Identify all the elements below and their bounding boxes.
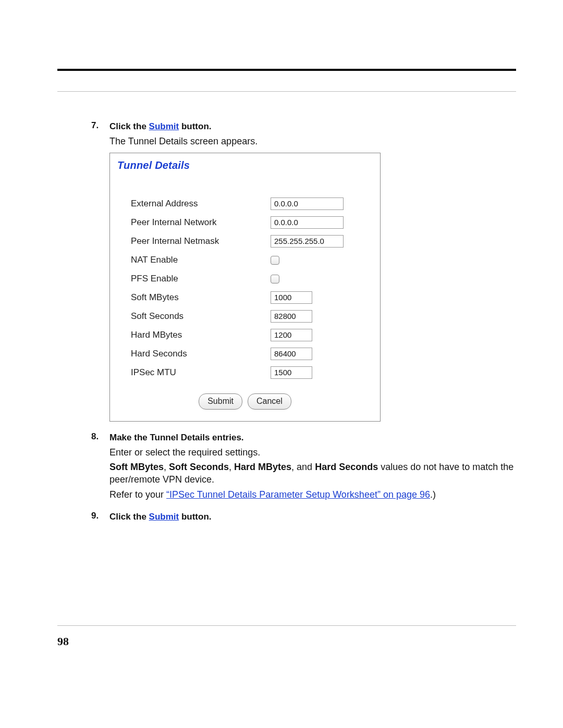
submit-link[interactable]: Submit xyxy=(149,121,179,131)
document-page: 7. Click the Submit button. The Tunnel D… xyxy=(0,0,563,728)
input-peer-internal-network[interactable]: 0.0.0.0 xyxy=(271,216,344,229)
page-number: 98 xyxy=(57,635,69,648)
row-soft-mbytes: Soft MBytes 1000 xyxy=(131,288,370,307)
label-hard-seconds: Hard Seconds xyxy=(131,348,266,360)
form-button-row: Submit Cancel xyxy=(110,393,380,410)
body3-prefix: Refer to your xyxy=(109,489,166,500)
cancel-button[interactable]: Cancel xyxy=(248,393,291,410)
step-heading: Click the Submit button. xyxy=(109,121,212,131)
input-soft-mbytes[interactable]: 1000 xyxy=(271,291,312,304)
input-external-address[interactable]: 0.0.0.0 xyxy=(271,198,344,210)
step-body-line1: Enter or select the required settings. xyxy=(109,446,516,459)
step-number: 9. xyxy=(91,510,99,522)
term-soft-mbytes: Soft MBytes xyxy=(109,462,164,472)
form-title: Tunnel Details xyxy=(110,153,380,175)
checkbox-nat-enable[interactable] xyxy=(271,256,279,265)
worksheet-crossref-link[interactable]: “IPSec Tunnel Details Parameter Setup Wo… xyxy=(166,489,430,500)
label-soft-seconds: Soft Seconds xyxy=(131,311,266,323)
row-hard-seconds: Hard Seconds 86400 xyxy=(131,344,370,363)
sep: , xyxy=(229,462,234,472)
label-peer-internal-netmask: Peer Internal Netmask xyxy=(131,236,266,248)
form-rows: External Address 0.0.0.0 Peer Internal N… xyxy=(110,194,380,382)
tunnel-details-form: Tunnel Details External Address 0.0.0.0 … xyxy=(109,153,381,422)
row-nat-enable: NAT Enable xyxy=(131,251,370,269)
step-heading-text-tail: button. xyxy=(179,121,211,131)
term-hard-mbytes: Hard MBytes xyxy=(234,462,291,472)
label-soft-mbytes: Soft MBytes xyxy=(131,292,266,304)
checkbox-pfs-enable[interactable] xyxy=(271,275,279,283)
input-hard-seconds[interactable]: 86400 xyxy=(271,348,312,360)
sep: , and xyxy=(291,462,315,472)
row-ipsec-mtu: IPSec MTU 1500 xyxy=(131,363,370,382)
sep: , xyxy=(164,462,169,472)
row-hard-mbytes: Hard MBytes 1200 xyxy=(131,326,370,344)
body3-suffix: .) xyxy=(430,489,436,500)
input-hard-mbytes[interactable]: 1200 xyxy=(271,329,312,341)
label-hard-mbytes: Hard MBytes xyxy=(131,329,266,341)
step-number: 7. xyxy=(91,120,99,132)
step-heading-text: Click the xyxy=(109,512,149,522)
step-number: 8. xyxy=(91,431,99,443)
step-body: The Tunnel Details screen appears. xyxy=(109,135,516,147)
label-nat-enable: NAT Enable xyxy=(131,254,266,266)
row-external-address: External Address 0.0.0.0 xyxy=(131,194,370,213)
input-peer-internal-netmask[interactable]: 255.255.255.0 xyxy=(271,235,344,248)
label-ipsec-mtu: IPSec MTU xyxy=(131,367,266,379)
term-hard-seconds: Hard Seconds xyxy=(315,462,378,472)
submit-button[interactable]: Submit xyxy=(199,393,242,410)
step-body-line3: Refer to your “IPSec Tunnel Details Para… xyxy=(109,488,516,501)
content-area: 7. Click the Submit button. The Tunnel D… xyxy=(57,120,516,533)
header-rule-thick xyxy=(57,69,516,71)
label-pfs-enable: PFS Enable xyxy=(131,273,266,285)
step-9: 9. Click the Submit button. xyxy=(109,510,516,523)
step-heading: Click the Submit button. xyxy=(109,512,212,522)
row-peer-internal-network: Peer Internal Network 0.0.0.0 xyxy=(131,213,370,232)
submit-link[interactable]: Submit xyxy=(149,512,179,522)
step-heading: Make the Tunnel Details entries. xyxy=(109,433,244,442)
header-rule-thin xyxy=(57,91,516,92)
input-ipsec-mtu[interactable]: 1500 xyxy=(271,366,312,379)
label-peer-internal-network: Peer Internal Network xyxy=(131,217,266,229)
step-8: 8. Make the Tunnel Details entries. Ente… xyxy=(109,431,516,501)
step-list: 7. Click the Submit button. The Tunnel D… xyxy=(57,120,516,523)
row-peer-internal-netmask: Peer Internal Netmask 255.255.255.0 xyxy=(131,232,370,251)
step-7: 7. Click the Submit button. The Tunnel D… xyxy=(109,120,516,422)
row-soft-seconds: Soft Seconds 82800 xyxy=(131,307,370,326)
step-heading-text-tail: button. xyxy=(179,512,211,522)
input-soft-seconds[interactable]: 82800 xyxy=(271,310,312,323)
step-body-line2: Soft MBytes, Soft Seconds, Hard MBytes, … xyxy=(109,461,516,486)
form-spacer xyxy=(110,175,380,194)
label-external-address: External Address xyxy=(131,198,266,210)
step-heading-text: Click the xyxy=(109,121,149,131)
term-soft-seconds: Soft Seconds xyxy=(169,462,229,472)
footer-rule xyxy=(57,625,516,626)
row-pfs-enable: PFS Enable xyxy=(131,269,370,288)
